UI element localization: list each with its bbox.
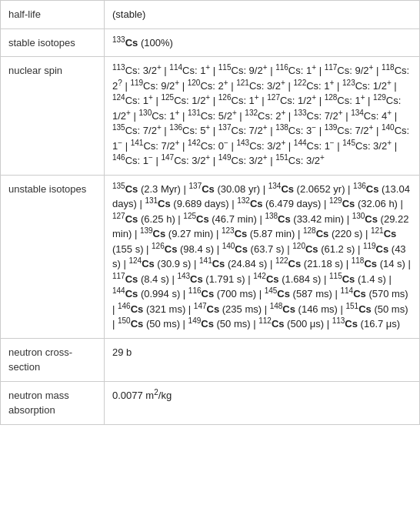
row-value: 29 b (105, 338, 420, 381)
table-row: half-life(stable) (1, 1, 420, 29)
table-row: neutron mass absorption0.0077 m2/kg (1, 381, 420, 424)
table-row: neutron cross-section29 b (1, 338, 420, 381)
row-value: 133Cs (100%) (105, 28, 420, 57)
row-label: neutron mass absorption (1, 381, 105, 424)
table-row: stable isotopes133Cs (100%) (1, 28, 420, 57)
row-label: neutron cross-section (1, 338, 105, 381)
row-value: 0.0077 m2/kg (105, 381, 420, 424)
properties-table: half-life(stable)stable isotopes133Cs (1… (0, 0, 420, 425)
row-label: nuclear spin (1, 57, 105, 176)
row-value: 113Cs: 3/2+ | 114Cs: 1+ | 115Cs: 9/2+ | … (105, 57, 420, 176)
row-value: (stable) (105, 1, 420, 29)
row-value: 135Cs (2.3 Myr) | 137Cs (30.08 yr) | 134… (105, 175, 420, 338)
row-label: stable isotopes (1, 28, 105, 57)
row-label: half-life (1, 1, 105, 29)
table-row: nuclear spin113Cs: 3/2+ | 114Cs: 1+ | 11… (1, 57, 420, 176)
table-row: unstable isotopes135Cs (2.3 Myr) | 137Cs… (1, 175, 420, 338)
row-label: unstable isotopes (1, 175, 105, 338)
